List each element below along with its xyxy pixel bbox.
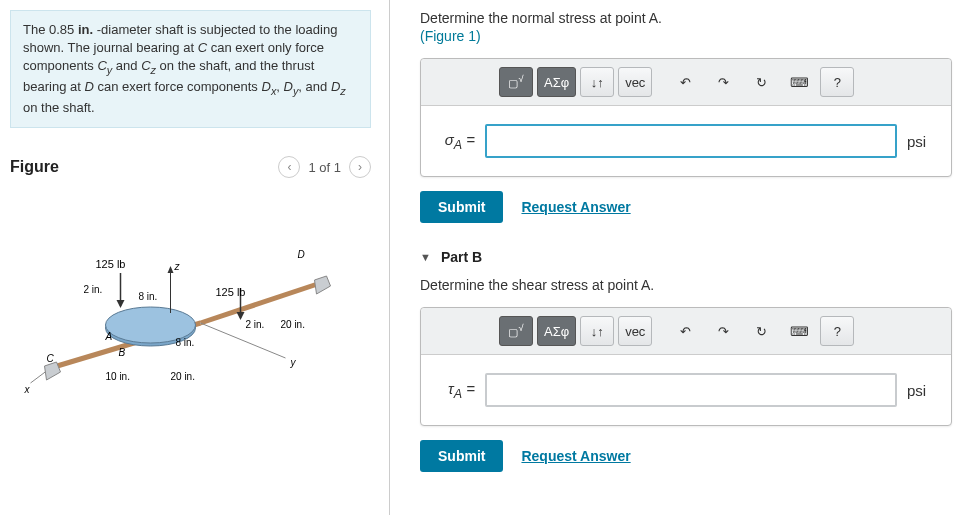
redo-button[interactable]: ↷ [706,316,740,346]
svg-marker-11 [237,312,245,320]
answer-input-a[interactable] [485,124,897,158]
answer-box-b: ▢√ ΑΣφ ↓↑ vec ↶ ↷ ↻ ⌨ ? τA = psi [420,307,952,426]
unit-a: psi [907,133,937,150]
svg-line-2 [201,323,286,358]
vector-button[interactable]: vec [618,67,652,97]
templates-button[interactable]: ▢√ [499,316,533,346]
undo-button[interactable]: ↶ [668,67,702,97]
submit-button-b[interactable]: Submit [420,440,503,472]
subscript-button[interactable]: ↓↑ [580,316,614,346]
request-answer-a[interactable]: Request Answer [521,199,630,215]
svg-text:y: y [290,357,297,368]
figure-heading: Figure [10,158,59,176]
variable-label-a: σA = [435,131,475,152]
greek-button[interactable]: ΑΣφ [537,316,576,346]
svg-text:10 in.: 10 in. [106,371,130,382]
prev-figure-button[interactable]: ‹ [278,156,300,178]
svg-text:z: z [174,261,181,272]
unit-b: psi [907,382,937,399]
subscript-button[interactable]: ↓↑ [580,67,614,97]
equation-toolbar: ▢√ ΑΣφ ↓↑ vec ↶ ↷ ↻ ⌨ ? [421,59,951,106]
reset-button[interactable]: ↻ [744,67,778,97]
reset-button[interactable]: ↻ [744,316,778,346]
answer-box-a: ▢√ ΑΣφ ↓↑ vec ↶ ↷ ↻ ⌨ ? σA = psi [420,58,952,177]
svg-text:B: B [119,347,126,358]
svg-text:x: x [24,384,31,395]
svg-text:A: A [105,331,113,342]
figure-pager: ‹ 1 of 1 › [278,156,371,178]
next-figure-button[interactable]: › [349,156,371,178]
svg-text:8 in.: 8 in. [176,337,195,348]
answer-input-b[interactable] [485,373,897,407]
svg-marker-7 [168,266,174,273]
templates-button[interactable]: ▢√ [499,67,533,97]
svg-text:20 in.: 20 in. [171,371,195,382]
svg-text:2 in.: 2 in. [84,284,103,295]
figure-link[interactable]: (Figure 1) [420,28,952,44]
svg-text:125 lb: 125 lb [96,258,126,270]
undo-button[interactable]: ↶ [668,316,702,346]
greek-button[interactable]: ΑΣφ [537,67,576,97]
keyboard-button[interactable]: ⌨ [782,316,816,346]
pager-text: 1 of 1 [308,160,341,175]
part-b-heading: Part B [441,249,482,265]
part-a-prompt: Determine the normal stress at point A. [420,10,952,26]
request-answer-b[interactable]: Request Answer [521,448,630,464]
svg-text:D: D [298,249,305,260]
help-button[interactable]: ? [820,316,854,346]
part-a: Determine the normal stress at point A. … [420,10,952,223]
svg-text:2 in.: 2 in. [246,319,265,330]
variable-label-b: τA = [435,380,475,401]
keyboard-button[interactable]: ⌨ [782,67,816,97]
svg-text:C: C [47,353,55,364]
vector-button[interactable]: vec [618,316,652,346]
caret-down-icon: ▼ [420,251,431,263]
svg-text:125 lb: 125 lb [216,286,246,298]
part-b-header[interactable]: ▼ Part B [420,249,952,265]
svg-text:20 in.: 20 in. [281,319,305,330]
figure-diagram: 125 lb 125 lb 2 in. 8 in. 8 in. 10 in. 2… [10,218,371,398]
submit-button-a[interactable]: Submit [420,191,503,223]
equation-toolbar-b: ▢√ ΑΣφ ↓↑ vec ↶ ↷ ↻ ⌨ ? [421,308,951,355]
part-b-prompt: Determine the shear stress at point A. [420,277,952,293]
part-b: Determine the shear stress at point A. ▢… [420,277,952,472]
help-button[interactable]: ? [820,67,854,97]
svg-marker-9 [117,300,125,308]
problem-statement: The 0.85 in. -diameter shaft is subjecte… [10,10,371,128]
svg-text:8 in.: 8 in. [139,291,158,302]
redo-button[interactable]: ↷ [706,67,740,97]
